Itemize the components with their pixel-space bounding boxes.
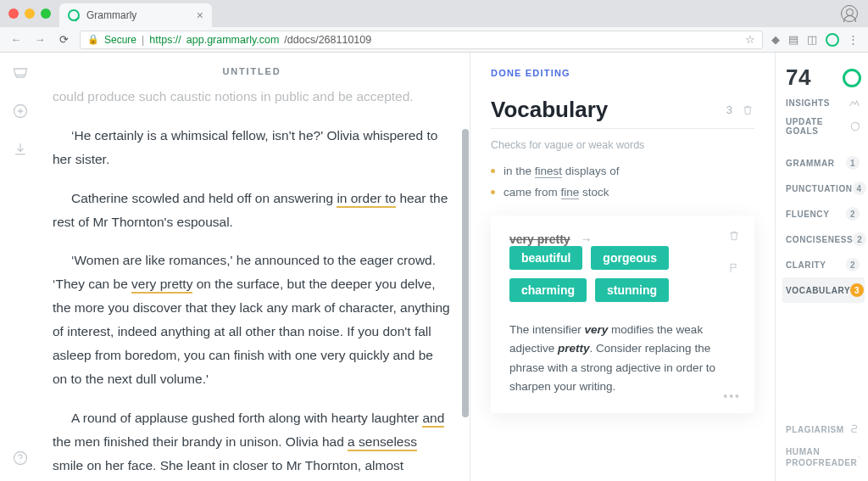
arrow-right-icon: →: [580, 232, 592, 246]
trash-icon[interactable]: [741, 97, 754, 123]
back-button[interactable]: ←: [8, 33, 24, 46]
sidebar-update-goals[interactable]: UPDATE GOALS: [786, 115, 861, 138]
close-window-icon[interactable]: [8, 8, 19, 19]
grammarly-extension-icon[interactable]: [826, 33, 839, 47]
suggestion-chip[interactable]: charming: [509, 278, 587, 302]
suggestion-chip[interactable]: gorgeous: [591, 246, 669, 270]
close-tab-icon[interactable]: ×: [197, 9, 203, 21]
svg-point-2: [20, 461, 21, 462]
browser-toolbar: ← → ⟳ 🔒 Secure | https://app.grammarly.c…: [0, 27, 868, 53]
left-rail: [0, 53, 41, 481]
window: Grammarly × ← → ⟳ 🔒 Secure | https://app…: [0, 0, 868, 481]
editor-paragraph[interactable]: Catherine scowled and held off on answer…: [53, 187, 451, 234]
download-icon[interactable]: [12, 141, 29, 160]
sidebar-category-punctuation[interactable]: PUNCTUATION4: [782, 176, 865, 201]
grammarly-tab-icon: [68, 9, 80, 21]
extension-icon[interactable]: ◆: [771, 33, 780, 46]
suggestion-explanation: The intensifier very modifies the weak a…: [509, 321, 736, 396]
lock-icon: 🔒: [87, 34, 99, 45]
panel-subtitle: Checks for vague or weak words: [491, 128, 754, 151]
suggestion-chip[interactable]: stunning: [595, 278, 669, 302]
panel-heading-text: Vocabulary: [491, 97, 608, 123]
browser-tabstrip: Grammarly ×: [0, 0, 868, 27]
sidebar-category-fluency[interactable]: FLUENCY2: [782, 201, 865, 227]
svg-point-4: [859, 456, 860, 457]
issue-word: finest: [535, 165, 562, 178]
help-icon[interactable]: [12, 450, 29, 469]
sidebar: 74 INSIGHTS UPDATE GOALS GRAMMAR1 PUNCTU…: [775, 53, 868, 481]
sidebar-human-proofreader[interactable]: HUMAN PROOFREADER: [786, 442, 861, 473]
person-icon: [857, 450, 861, 464]
maximize-window-icon[interactable]: [41, 8, 51, 19]
bookmark-star-icon[interactable]: ☆: [745, 33, 755, 46]
sidebar-insights[interactable]: INSIGHTS: [786, 91, 861, 115]
panel-heading: Vocabulary 3: [491, 97, 754, 123]
suggestion-card: very pretty → beautiful gorgeous charmin…: [491, 215, 754, 413]
editor-paragraph[interactable]: A round of applause gushed forth along w…: [53, 406, 451, 481]
window-controls: [8, 8, 51, 19]
scrollbar-thumb[interactable]: [462, 129, 469, 417]
url-host: app.grammarly.com: [186, 34, 280, 46]
issue-dot-icon: [491, 190, 495, 194]
profile-avatar-icon[interactable]: [841, 5, 858, 22]
grammarly-logo-icon[interactable]: [843, 69, 861, 87]
url-path: /ddocs/268110109: [284, 34, 371, 46]
issue-word: fine: [561, 186, 580, 199]
count-pill: 3: [850, 283, 864, 297]
category-list: GRAMMAR1 PUNCTUATION4 FLUENCY2 CONCISENE…: [786, 150, 861, 303]
minimize-window-icon[interactable]: [25, 8, 35, 19]
highlighted-phrase[interactable]: a senseless: [348, 434, 417, 451]
suggestion-chips: beautiful gorgeous charming stunning: [509, 246, 736, 302]
tab-title: Grammarly: [86, 9, 136, 21]
browser-menu-icon[interactable]: ⋮: [848, 33, 860, 46]
editor-paragraph[interactable]: ‘Women are like romances,' he announced …: [53, 249, 451, 390]
app: UNTITLED could produce such caustic noti…: [0, 53, 868, 481]
highlighted-phrase[interactable]: very pretty: [131, 277, 192, 294]
reload-button[interactable]: ⟳: [56, 33, 71, 46]
insights-icon: [848, 96, 861, 109]
extension-icon[interactable]: ▤: [788, 33, 798, 46]
flag-icon[interactable]: [727, 261, 741, 277]
editor-scrollbar[interactable]: [461, 53, 470, 481]
count-pill: 2: [846, 207, 860, 221]
sidebar-category-vocabulary[interactable]: VOCABULARY3: [782, 277, 865, 303]
address-bar[interactable]: 🔒 Secure | https://app.grammarly.com/ddo…: [80, 31, 763, 49]
editor-paragraph[interactable]: ‘He certainly is a whimsical fellow, isn…: [53, 124, 451, 171]
issue-line[interactable]: in the finest displays of: [491, 165, 754, 177]
document-body[interactable]: could produce such caustic notions in pu…: [49, 85, 454, 481]
count-pill: 2: [853, 232, 866, 246]
plagiarism-icon: [848, 422, 861, 436]
count-pill: 1: [846, 156, 860, 170]
forward-button[interactable]: →: [32, 33, 47, 46]
browser-tab[interactable]: Grammarly ×: [59, 3, 212, 27]
inbox-icon[interactable]: [12, 64, 29, 84]
more-menu-icon[interactable]: •••: [723, 389, 741, 403]
editor-paragraph[interactable]: could produce such caustic notions in pu…: [53, 85, 451, 109]
original-phrase: very pretty: [509, 232, 570, 246]
issue-line[interactable]: came from fine stock: [491, 186, 754, 199]
feedback-panel: DONE EDITING Vocabulary 3 Checks for vag…: [470, 53, 775, 481]
suggestion-chip[interactable]: beautiful: [509, 246, 582, 270]
document-title[interactable]: UNTITLED: [49, 66, 454, 76]
sidebar-category-clarity[interactable]: CLARITY2: [782, 252, 865, 277]
score: 74: [786, 64, 861, 91]
done-editing-link[interactable]: DONE EDITING: [491, 68, 754, 78]
sidebar-plagiarism[interactable]: PLAGIARISM: [786, 417, 861, 442]
secure-label: Secure: [104, 34, 136, 46]
highlighted-phrase[interactable]: in order to: [337, 191, 396, 208]
url-scheme: https://: [149, 34, 181, 46]
panel-count: 3: [726, 103, 732, 116]
count-pill: 2: [846, 258, 860, 271]
extension-icon[interactable]: ◫: [807, 33, 817, 46]
goals-icon: [849, 120, 861, 133]
extensions: ◆ ▤ ◫ ⋮: [771, 33, 860, 47]
count-pill: 4: [853, 182, 866, 195]
sidebar-category-grammar[interactable]: GRAMMAR1: [782, 150, 865, 176]
highlighted-phrase[interactable]: and: [422, 411, 444, 428]
sidebar-category-conciseness[interactable]: CONCISENESS2: [782, 227, 865, 252]
editor[interactable]: UNTITLED could produce such caustic noti…: [41, 53, 470, 481]
trash-icon[interactable]: [727, 229, 741, 245]
sidebar-footer: PLAGIARISM HUMAN PROOFREADER: [786, 417, 861, 473]
plus-circle-icon[interactable]: [12, 103, 29, 122]
issue-dot-icon: [491, 169, 495, 173]
